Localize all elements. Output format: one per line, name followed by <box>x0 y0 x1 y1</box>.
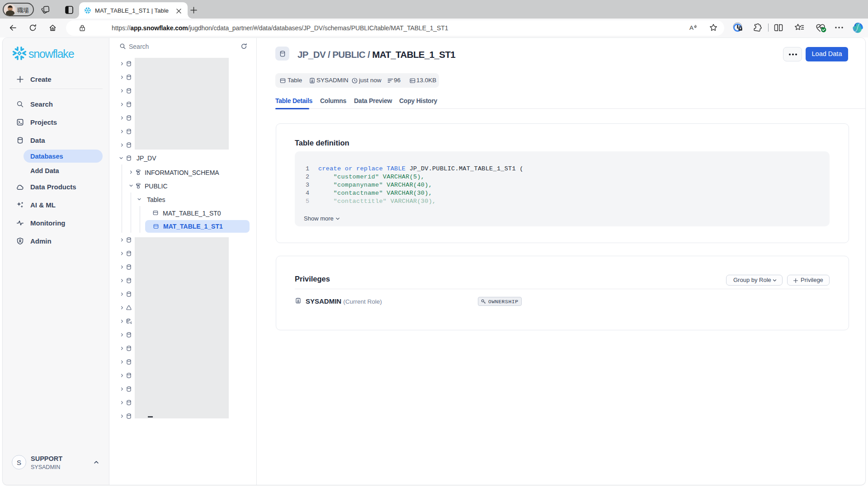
svg-text:A: A <box>689 24 693 31</box>
